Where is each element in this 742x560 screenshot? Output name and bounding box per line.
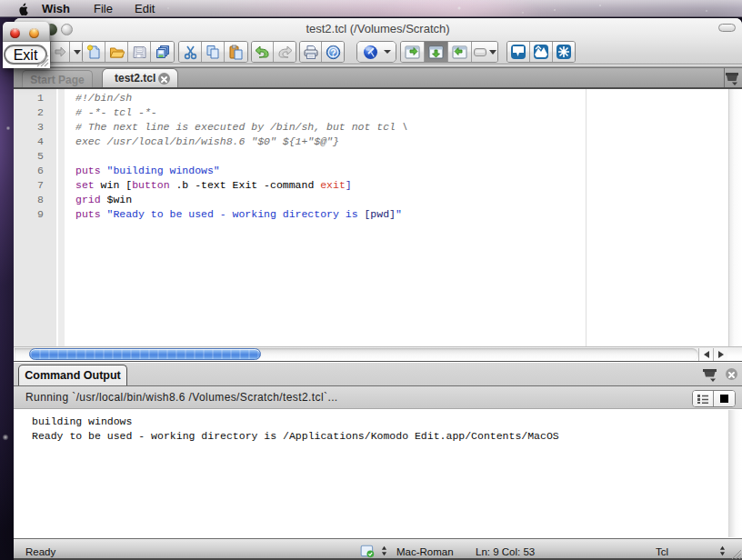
svg-text:?: ?	[330, 46, 336, 57]
